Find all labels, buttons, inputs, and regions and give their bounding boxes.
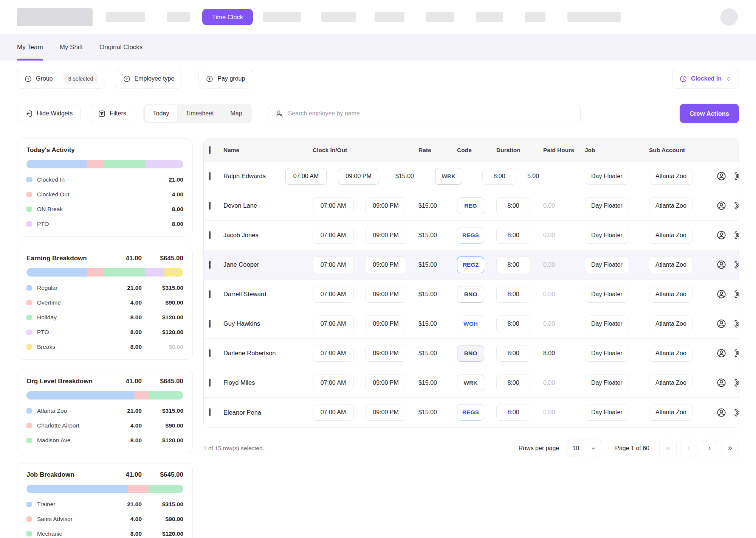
sub-account-chip[interactable]: Atlanta Zoo	[649, 316, 693, 332]
column-header-paid-hours[interactable]: Paid Hours	[543, 147, 585, 154]
job-chip[interactable]: Day Floater	[585, 404, 629, 421]
time-clock-button[interactable]: Time Clock	[202, 9, 253, 25]
clocked-in-status-dropdown[interactable]: Clocked In	[672, 69, 739, 89]
user-profile-icon[interactable]	[716, 260, 727, 270]
nav-item-placeholder[interactable]	[426, 12, 454, 22]
rows-per-page-select[interactable]: 10	[567, 440, 602, 457]
nav-item-placeholder[interactable]	[525, 12, 545, 22]
clock-in-field[interactable]: 07:00 AM	[313, 345, 354, 362]
sub-account-chip[interactable]: Atlanta Zoo	[649, 197, 693, 214]
hide-widgets-button[interactable]: Hide Widgets	[17, 104, 81, 123]
nav-item-placeholder[interactable]	[106, 12, 145, 22]
employee-type-filter-chip[interactable]: Employee type	[116, 69, 182, 89]
duration-field[interactable]: 8:00	[496, 197, 530, 214]
row-checkbox[interactable]	[209, 231, 211, 239]
row-checkbox[interactable]	[209, 379, 211, 387]
clock-out-field[interactable]: 09:00 PM	[338, 168, 379, 185]
duration-field[interactable]: 8:00	[496, 316, 530, 332]
user-avatar[interactable]	[720, 8, 738, 26]
user-profile-icon[interactable]	[716, 348, 727, 358]
sub-account-chip[interactable]: Atlanta Zoo	[649, 375, 693, 391]
clock-in-field[interactable]: 07:00 AM	[313, 286, 354, 303]
clock-out-field[interactable]: 09:00 PM	[365, 404, 406, 421]
duration-field[interactable]: 8:00	[496, 375, 530, 391]
clock-out-field[interactable]: 09:00 PM	[365, 197, 406, 214]
job-chip[interactable]: Day Floater	[585, 197, 629, 214]
job-chip[interactable]: Day Floater	[585, 345, 629, 362]
column-header-code[interactable]: Code	[457, 147, 496, 154]
filters-button[interactable]: Filters	[90, 104, 134, 123]
code-chip[interactable]: WRK	[457, 375, 484, 391]
job-chip[interactable]: Day Floater	[585, 227, 629, 244]
clock-out-field[interactable]: 09:00 PM	[365, 316, 406, 332]
code-chip[interactable]: BNO	[457, 286, 484, 303]
clock-in-field[interactable]: 07:00 AM	[313, 375, 354, 391]
row-checkbox[interactable]	[209, 202, 211, 210]
clock-out-field[interactable]: 09:00 PM	[365, 286, 406, 303]
nav-item-placeholder[interactable]	[375, 12, 404, 22]
row-checkbox[interactable]	[209, 320, 211, 328]
first-page-button[interactable]	[659, 440, 677, 457]
next-page-button[interactable]	[701, 440, 718, 457]
qr-scan-icon[interactable]	[733, 260, 739, 270]
clock-out-field[interactable]: 09:00 PM	[365, 345, 406, 362]
search-input[interactable]	[288, 110, 573, 117]
clock-in-field[interactable]: 07:00 AM	[313, 227, 354, 244]
column-header-name[interactable]: Name	[223, 147, 313, 154]
duration-field[interactable]: 8:00	[496, 227, 530, 244]
job-chip[interactable]: Day Floater	[585, 168, 629, 185]
row-checkbox[interactable]	[209, 172, 211, 180]
tab-my-team[interactable]: My Team	[17, 34, 43, 61]
duration-field[interactable]: 8:00	[496, 257, 530, 273]
row-checkbox[interactable]	[209, 408, 211, 416]
qr-scan-icon[interactable]	[733, 348, 739, 358]
sub-account-chip[interactable]: Atlanta Zoo	[649, 227, 693, 244]
clock-in-field[interactable]: 07:00 AM	[285, 168, 327, 185]
sub-account-chip[interactable]: Atlanta Zoo	[649, 257, 693, 273]
qr-scan-icon[interactable]	[733, 407, 739, 418]
user-profile-icon[interactable]	[716, 171, 727, 181]
user-profile-icon[interactable]	[716, 319, 727, 329]
user-profile-icon[interactable]	[716, 378, 727, 388]
nav-item-placeholder[interactable]	[567, 12, 621, 22]
qr-scan-icon[interactable]	[733, 230, 739, 240]
pay-group-filter-chip[interactable]: Pay group	[198, 69, 252, 89]
row-checkbox[interactable]	[209, 349, 211, 357]
column-header-clock[interactable]: Clock In/Out	[313, 147, 408, 154]
clock-in-field[interactable]: 07:00 AM	[313, 316, 354, 332]
code-chip[interactable]: BNO	[457, 345, 484, 362]
duration-field[interactable]: 8:00	[496, 345, 530, 362]
sub-account-chip[interactable]: Atlanta Zoo	[649, 286, 693, 303]
nav-item-placeholder[interactable]	[263, 12, 301, 22]
job-chip[interactable]: Day Floater	[585, 257, 629, 273]
nav-item-placeholder[interactable]	[476, 12, 503, 22]
row-checkbox[interactable]	[209, 261, 211, 269]
duration-field[interactable]: 8:00	[496, 404, 530, 421]
duration-field[interactable]: 8:00	[496, 286, 530, 303]
clock-out-field[interactable]: 09:00 PM	[365, 375, 406, 391]
clock-out-field[interactable]: 09:00 PM	[365, 227, 406, 244]
sub-account-chip[interactable]: Atlanta Zoo	[649, 404, 693, 421]
view-timesheet[interactable]: Timesheet	[177, 105, 222, 122]
qr-scan-icon[interactable]	[733, 201, 739, 211]
code-chip[interactable]: REGS	[457, 404, 484, 421]
duration-field[interactable]: 8:00	[482, 168, 516, 185]
nav-item-placeholder[interactable]	[321, 12, 356, 22]
code-chip[interactable]: WRK	[435, 168, 462, 185]
code-chip[interactable]: WOH	[457, 316, 484, 332]
clock-in-field[interactable]: 07:00 AM	[313, 257, 354, 273]
clock-in-field[interactable]: 07:00 AM	[313, 197, 354, 214]
qr-scan-icon[interactable]	[733, 289, 739, 299]
last-page-button[interactable]	[722, 440, 739, 457]
qr-scan-icon[interactable]	[733, 378, 739, 388]
job-chip[interactable]: Day Floater	[585, 286, 629, 303]
user-profile-icon[interactable]	[716, 230, 727, 240]
code-chip[interactable]: REG2	[457, 257, 484, 273]
tab-original-clocks[interactable]: Original Clocks	[99, 34, 143, 61]
view-map[interactable]: Map	[222, 105, 251, 122]
tab-my-shift[interactable]: My Shift	[60, 34, 83, 61]
sub-account-chip[interactable]: Atlanta Zoo	[649, 345, 693, 362]
row-checkbox[interactable]	[209, 290, 211, 298]
clock-in-field[interactable]: 07:00 AM	[313, 404, 354, 421]
crew-actions-button[interactable]: Crew Actions	[680, 104, 739, 123]
